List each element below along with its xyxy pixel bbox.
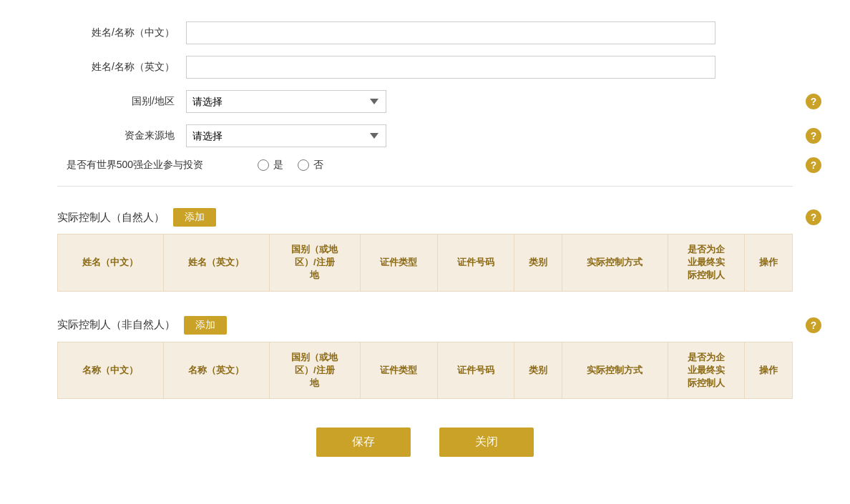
- th-natural-cert-no: 证件号码: [437, 234, 514, 292]
- radio-no-label: 否: [313, 159, 323, 172]
- non-natural-table: 名称（中文） 名称（英文） 国别（或地区）/注册地 证件类型 证件号码 类别 实…: [57, 342, 793, 400]
- th-non-natural-country: 国别（或地区）/注册地: [269, 342, 361, 399]
- fortune500-radio-group: 是 否: [258, 159, 323, 172]
- bottom-buttons: 保存 关闭: [57, 428, 793, 457]
- save-button[interactable]: 保存: [316, 428, 411, 457]
- th-natural-country: 国别（或地区）/注册地: [269, 234, 361, 292]
- name-en-label: 姓名/名称（英文）: [57, 61, 186, 74]
- non-natural-add-btn[interactable]: 添加: [184, 316, 227, 335]
- th-non-natural-cert-type: 证件类型: [361, 342, 437, 399]
- radio-no-option[interactable]: 否: [298, 159, 323, 172]
- name-en-input[interactable]: [186, 56, 715, 79]
- fortune500-row: 是否有世界500强企业参与投资 是 否 ?: [57, 159, 793, 172]
- natural-person-help-icon[interactable]: ?: [806, 209, 821, 225]
- th-natural-name-en: 姓名（英文）: [163, 234, 269, 292]
- natural-person-title: 实际控制人（自然人）: [57, 211, 165, 224]
- country-select[interactable]: 请选择: [186, 90, 386, 113]
- th-non-natural-cert-no: 证件号码: [437, 342, 514, 399]
- country-row: 国别/地区 请选择 ?: [57, 90, 793, 113]
- main-form: 姓名/名称（中文） 姓名/名称（英文） 国别/地区 请选择 ? 资金来源地 请选…: [57, 21, 793, 172]
- divider-1: [57, 186, 793, 187]
- radio-yes-option[interactable]: 是: [258, 159, 283, 172]
- country-help-icon[interactable]: ?: [806, 94, 821, 109]
- th-natural-is-ultimate: 是否为企业最终实际控制人: [668, 234, 744, 292]
- th-natural-control-method: 实际控制方式: [562, 234, 668, 292]
- non-natural-help-icon[interactable]: ?: [806, 317, 821, 333]
- th-non-natural-category: 类别: [514, 342, 562, 399]
- radio-yes-label: 是: [273, 159, 283, 172]
- name-zh-input[interactable]: [186, 21, 715, 44]
- non-natural-header: 实际控制人（非自然人） 添加 ?: [57, 309, 793, 342]
- natural-person-section: 实际控制人（自然人） 添加 ? 姓名（中文） 姓名（英文） 国别（或地区）/注册…: [57, 201, 793, 292]
- th-non-natural-control-method: 实际控制方式: [562, 342, 668, 399]
- th-non-natural-name-zh: 名称（中文）: [58, 342, 164, 399]
- fortune500-help-icon[interactable]: ?: [806, 157, 821, 173]
- close-button[interactable]: 关闭: [439, 428, 534, 457]
- name-zh-row: 姓名/名称（中文）: [57, 21, 793, 44]
- country-label: 国别/地区: [57, 95, 186, 108]
- th-non-natural-name-en: 名称（英文）: [163, 342, 269, 399]
- th-natural-name-zh: 姓名（中文）: [58, 234, 164, 292]
- th-non-natural-is-ultimate: 是否为企业最终实际控制人: [668, 342, 744, 399]
- fund-source-help-icon[interactable]: ?: [806, 128, 821, 144]
- radio-no[interactable]: [298, 159, 309, 171]
- natural-person-table: 姓名（中文） 姓名（英文） 国别（或地区）/注册地 证件类型 证件号码 类别 实…: [57, 234, 793, 292]
- th-non-natural-operation: 操作: [745, 342, 793, 399]
- name-zh-label: 姓名/名称（中文）: [57, 26, 186, 39]
- fund-source-select[interactable]: 请选择: [186, 124, 386, 147]
- th-natural-operation: 操作: [745, 234, 793, 292]
- fund-source-row: 资金来源地 请选择 ?: [57, 124, 793, 147]
- natural-person-header: 实际控制人（自然人） 添加 ?: [57, 201, 793, 234]
- fortune500-label: 是否有世界500强企业参与投资: [57, 159, 215, 172]
- name-en-row: 姓名/名称（英文）: [57, 56, 793, 79]
- th-natural-cert-type: 证件类型: [361, 234, 437, 292]
- natural-person-add-btn[interactable]: 添加: [173, 208, 216, 227]
- radio-yes[interactable]: [258, 159, 269, 171]
- fund-source-label: 资金来源地: [57, 129, 186, 142]
- non-natural-title: 实际控制人（非自然人）: [57, 318, 175, 332]
- non-natural-table-header-row: 名称（中文） 名称（英文） 国别（或地区）/注册地 证件类型 证件号码 类别 实…: [58, 342, 793, 399]
- th-natural-category: 类别: [514, 234, 562, 292]
- non-natural-section: 实际控制人（非自然人） 添加 ? 名称（中文） 名称（英文） 国别（或地区）/注…: [57, 309, 793, 400]
- natural-person-table-header-row: 姓名（中文） 姓名（英文） 国别（或地区）/注册地 证件类型 证件号码 类别 实…: [58, 234, 793, 292]
